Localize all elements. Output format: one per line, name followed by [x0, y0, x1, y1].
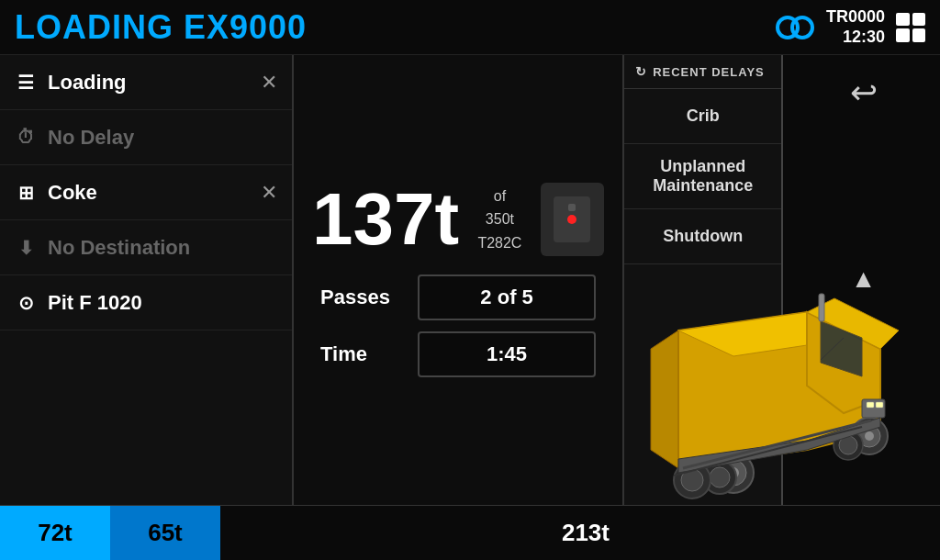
red-dot: [567, 215, 576, 224]
header: LOADING EX9000 TR0000 12:30: [0, 0, 940, 55]
bottom-val-2: 65t: [110, 506, 220, 560]
loading-label: Loading: [48, 71, 127, 95]
pit-label: Pit F 1020: [48, 291, 142, 315]
link-icon[interactable]: [775, 15, 815, 40]
weight-sub: of 350t T282C: [477, 185, 522, 255]
title-static: LOADING: [15, 8, 173, 46]
bottom-val-1: 72t: [0, 506, 110, 560]
svg-rect-25: [819, 294, 824, 321]
delays-header: ↻ RECENT DELAYS: [624, 55, 781, 89]
page-title: LOADING EX9000: [15, 8, 307, 47]
menu-item-coke[interactable]: ⊞ Coke ✕: [0, 165, 292, 220]
svg-marker-3: [651, 330, 678, 468]
no-destination-label: No Destination: [48, 236, 190, 260]
bottom-bar: 72t 65t 213t: [0, 505, 940, 560]
clock-time: 12:30: [843, 28, 885, 48]
truck-id: TR0000: [826, 7, 885, 28]
title-highlight: EX9000: [184, 8, 307, 46]
menu-item-no-destination[interactable]: ⬇ No Destination: [0, 220, 292, 275]
loading-close-icon[interactable]: ✕: [261, 71, 277, 95]
time-value: 1:45: [418, 331, 596, 377]
svg-point-21: [710, 467, 730, 487]
delay-icon: ⏱: [15, 127, 37, 148]
left-panel: ☰ Loading ✕ ⏱ No Delay ⊞ Coke ✕ ⬇ No Des…: [0, 55, 294, 505]
menu-item-no-delay[interactable]: ⏱ No Delay: [0, 110, 292, 165]
material-icon: ⊞: [15, 182, 37, 204]
bottom-val-3: 213t: [562, 519, 610, 547]
header-right: TR0000 12:30: [775, 7, 925, 47]
coke-close-icon[interactable]: ✕: [261, 181, 277, 205]
truck-model: T282C: [477, 235, 521, 251]
delays-title: RECENT DELAYS: [653, 65, 765, 79]
menu-item-loading[interactable]: ☰ Loading ✕: [0, 55, 292, 110]
back-icon[interactable]: ↩: [850, 73, 878, 112]
list-icon: ☰: [15, 72, 37, 94]
grid-icon[interactable]: [896, 13, 925, 42]
no-delay-label: No Delay: [48, 126, 134, 150]
time-label: Time: [320, 342, 403, 366]
pit-icon: ⊙: [15, 292, 37, 314]
passes-label: Passes: [320, 286, 403, 309]
svg-point-14: [865, 431, 874, 441]
passes-row: Passes 2 of 5: [320, 274, 596, 320]
center-panel: 137t of 350t T282C Passes 2 of 5 Time 1:…: [294, 55, 622, 505]
truck-small-icon: [541, 183, 604, 256]
refresh-icon[interactable]: ↻: [635, 64, 647, 79]
menu-item-pit[interactable]: ⊙ Pit F 1020: [0, 275, 292, 330]
stats-grid: Passes 2 of 5 Time 1:45: [320, 274, 596, 377]
svg-rect-11: [876, 402, 883, 408]
passes-value: 2 of 5: [418, 274, 596, 320]
truck-id-block: TR0000 12:30: [826, 7, 885, 47]
time-row: Time 1:45: [320, 331, 596, 377]
delay-unplanned-maintenance[interactable]: Unplanned Maintenance: [624, 144, 781, 209]
coke-label: Coke: [48, 181, 97, 205]
svg-rect-10: [867, 402, 874, 408]
weight-display: 137t of 350t T282C: [312, 183, 604, 256]
destination-icon: ⬇: [15, 237, 37, 259]
weight-of: of 350t: [486, 188, 514, 228]
delay-crib[interactable]: Crib: [624, 89, 781, 144]
svg-point-1: [792, 17, 812, 38]
weight-value: 137t: [312, 183, 459, 256]
truck-illustration: [614, 248, 940, 505]
